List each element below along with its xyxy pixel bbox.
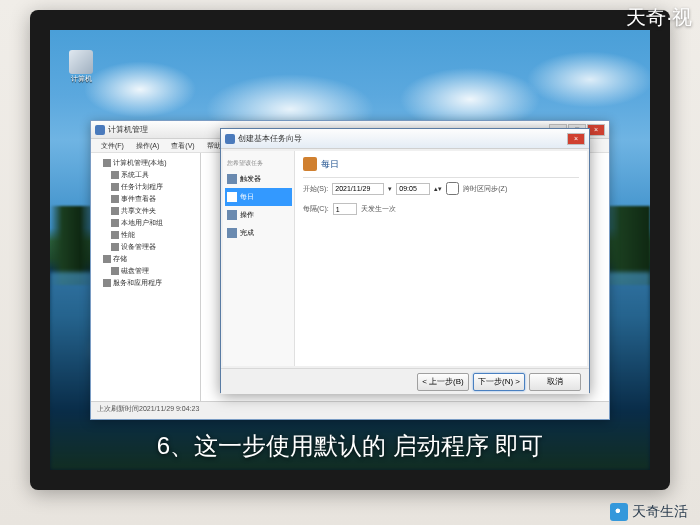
brand-logo-icon [610, 503, 628, 521]
step-icon [227, 228, 237, 238]
tree-item[interactable]: 磁盘管理 [95, 265, 196, 277]
folder-icon [111, 231, 119, 239]
wizard-step-trigger[interactable]: 触发器 [225, 170, 292, 188]
monitor-frame: 计算机 计算机管理 ─ □ × 文件(F) 操作(A) 查看(V) 帮助(H) [30, 10, 670, 490]
sync-timezone-checkbox[interactable] [446, 182, 459, 195]
folder-icon [111, 195, 119, 203]
folder-icon [111, 207, 119, 215]
folder-icon [103, 159, 111, 167]
step-icon [227, 210, 237, 220]
wizard-step-daily[interactable]: 每日 [225, 188, 292, 206]
cancel-button[interactable]: 取消 [529, 373, 581, 391]
desktop-icon-label: 计算机 [65, 74, 97, 84]
dialog-title: 创建基本任务向导 [238, 133, 302, 144]
folder-icon [111, 267, 119, 275]
recur-unit: 天发生一次 [361, 204, 396, 214]
computer-icon [69, 50, 93, 74]
folder-icon [111, 171, 119, 179]
tree-item[interactable]: 性能 [95, 229, 196, 241]
recur-value-input[interactable] [333, 203, 357, 215]
tree-item[interactable]: 计算机管理(本地) [95, 157, 196, 169]
wizard-steps-panel: 您希望该任务 触发器 每日 操作 完成 [223, 151, 295, 366]
folder-icon [103, 279, 111, 287]
tree-item[interactable]: 存储 [95, 253, 196, 265]
panel-header: 您希望该任务 [225, 157, 292, 170]
tree-sidebar: 计算机管理(本地) 系统工具 任务计划程序 事件查看器 共享文件夹 本地用户和组… [91, 153, 201, 401]
start-time-input[interactable] [396, 183, 430, 195]
dialog-titlebar[interactable]: 创建基本任务向导 × [221, 129, 589, 149]
calendar-icon [303, 157, 317, 171]
sync-label: 跨时区同步(Z) [463, 184, 507, 194]
desktop-screen: 计算机 计算机管理 ─ □ × 文件(F) 操作(A) 查看(V) 帮助(H) [50, 30, 650, 470]
wizard-step-action[interactable]: 操作 [225, 206, 292, 224]
tree-item[interactable]: 服务和应用程序 [95, 277, 196, 289]
wizard-step-finish[interactable]: 完成 [225, 224, 292, 242]
folder-icon [111, 219, 119, 227]
menu-file[interactable]: 文件(F) [95, 139, 130, 152]
tree-item[interactable]: 本地用户和组 [95, 217, 196, 229]
step-icon [227, 174, 237, 184]
tree-item[interactable]: 系统工具 [95, 169, 196, 181]
folder-icon [111, 243, 119, 251]
statusbar: 上次刷新时间2021/11/29 9:04:23 [91, 401, 609, 417]
watermark-bottom: 天奇生活 [610, 503, 688, 521]
section-title: 每日 [303, 157, 579, 171]
watermark-top: 天奇·视 [626, 4, 692, 31]
tree-item[interactable]: 事件查看器 [95, 193, 196, 205]
next-button[interactable]: 下一步(N) > [473, 373, 525, 391]
back-button[interactable]: < 上一步(B) [417, 373, 469, 391]
app-icon [95, 125, 105, 135]
task-wizard-dialog: 创建基本任务向导 × 您希望该任务 触发器 每日 操作 完成 每日 [220, 128, 590, 393]
folder-icon [111, 183, 119, 191]
dialog-icon [225, 134, 235, 144]
desktop-icon-computer[interactable]: 计算机 [65, 50, 97, 90]
menu-action[interactable]: 操作(A) [130, 139, 165, 152]
menu-view[interactable]: 查看(V) [165, 139, 200, 152]
start-label: 开始(S): [303, 184, 328, 194]
tree-item[interactable]: 任务计划程序 [95, 181, 196, 193]
dialog-footer: < 上一步(B) 下一步(N) > 取消 [221, 368, 589, 394]
recur-label: 每隔(C): [303, 204, 329, 214]
start-date-input[interactable] [332, 183, 384, 195]
video-caption: 6、这一步使用默认的 启动程序 即可 [50, 430, 650, 462]
main-title: 计算机管理 [108, 124, 148, 135]
dialog-close-button[interactable]: × [567, 133, 585, 145]
tree-item[interactable]: 共享文件夹 [95, 205, 196, 217]
step-icon [227, 192, 237, 202]
folder-icon [103, 255, 111, 263]
wizard-form: 每日 开始(S): ▾ ▴▾ 跨时区同步(Z) 每隔(C): [295, 151, 587, 366]
tree-item[interactable]: 设备管理器 [95, 241, 196, 253]
